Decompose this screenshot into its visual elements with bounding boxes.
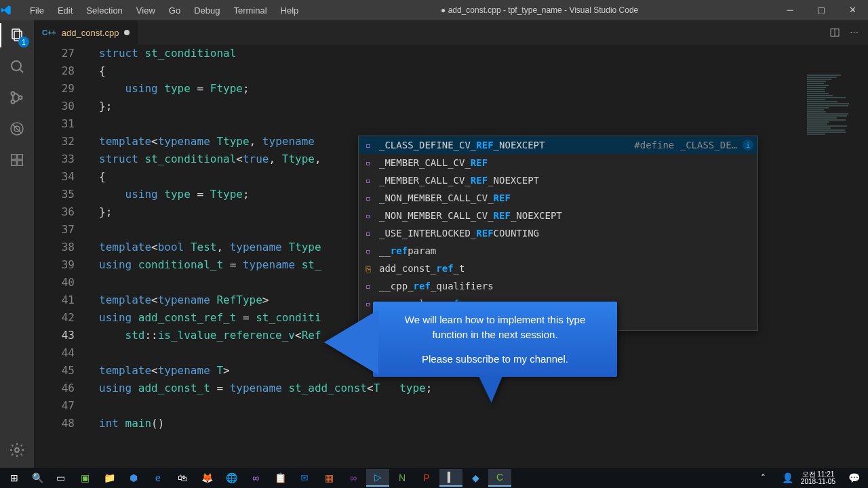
taskbar-firefox-icon[interactable]: 🦊	[195, 469, 218, 487]
macro-icon: ▫	[363, 228, 374, 239]
task-view-icon[interactable]: ▭	[49, 469, 72, 487]
taskbar-search-icon[interactable]: 🔍	[27, 469, 47, 487]
menu-selection[interactable]: Selection	[80, 3, 128, 18]
macro-icon: ▫	[363, 175, 374, 186]
callout-line2: Please subscribe to my channel.	[388, 352, 602, 367]
menu-debug[interactable]: Debug	[188, 3, 226, 18]
activity-search-icon[interactable]	[7, 57, 26, 76]
tab-label: add_const.cpp	[62, 28, 119, 38]
title-bar: File Edit Selection View Go Debug Termin…	[0, 0, 868, 20]
modified-dot-icon	[124, 30, 130, 35]
macro-icon: ▫	[363, 140, 374, 150]
menu-view[interactable]: View	[130, 3, 161, 18]
taskbar-app-6[interactable]: ∞	[342, 469, 365, 487]
start-button[interactable]: ⊞	[3, 469, 26, 487]
info-icon[interactable]: i	[743, 140, 753, 150]
tab-bar: C++ add_const.cpp ⋯	[34, 20, 868, 45]
macro-icon: ▫	[363, 210, 374, 221]
taskbar-app-1[interactable]: ▣	[73, 469, 96, 487]
activity-bar: 1	[0, 20, 34, 468]
line-gutter: 2728293031323334353637383940414243444546…	[34, 45, 88, 468]
menu-bar: File Edit Selection View Go Debug Termin…	[24, 3, 304, 18]
suggest-item[interactable]: ▫_MEMBER_CALL_CV_REF	[359, 154, 757, 171]
taskbar-edge-icon[interactable]: e	[146, 469, 170, 487]
window-title: ● add_const.cpp - tpf_type_name - Visual…	[304, 5, 774, 15]
suggest-item[interactable]: ▫_NON_MEMBER_CALL_CV_REF	[359, 189, 757, 207]
menu-file[interactable]: File	[24, 3, 50, 18]
taskbar-vscode-icon[interactable]: ▷	[366, 469, 389, 487]
suggest-label: _NON_MEMBER_CALL_CV_REF	[379, 192, 753, 203]
menu-terminal[interactable]: Terminal	[227, 3, 273, 18]
taskbar-cmd-icon[interactable]: ▍	[439, 469, 462, 487]
taskbar-app-4[interactable]: 📋	[269, 469, 292, 487]
svg-rect-13	[18, 161, 22, 165]
more-actions-icon[interactable]: ⋯	[850, 27, 859, 38]
suggest-item[interactable]: ▫_MEMBER_CALL_CV_REF_NOEXCEPT	[359, 171, 757, 189]
tray-up-icon[interactable]: ˄	[752, 469, 775, 487]
svg-rect-10	[12, 155, 16, 159]
taskbar-notepad-icon[interactable]: N	[391, 469, 414, 487]
minimize-button[interactable]: ─	[774, 0, 806, 20]
svg-rect-12	[12, 161, 16, 165]
svg-point-6	[19, 96, 22, 100]
vscode-icon	[0, 4, 24, 16]
taskbar-clock[interactable]: 오전 11:212018-11-05	[801, 470, 841, 485]
svg-point-2	[12, 61, 21, 70]
suggest-item[interactable]: ▫__cpp_ref_qualifiers	[359, 277, 757, 295]
annotation-callout: We will learn how to implement this type…	[373, 302, 617, 377]
svg-point-4	[12, 92, 15, 96]
macro-icon: ▫	[363, 157, 374, 168]
activity-settings-icon[interactable]	[7, 441, 26, 460]
macro-icon: ▫	[363, 298, 374, 309]
cpp-file-icon: C++	[42, 28, 56, 37]
suggest-item[interactable]: ▫_CLASS_DEFINE_CV_REF_NOEXCEPT#define _C…	[359, 136, 757, 154]
tray-people-icon[interactable]: 👤	[776, 469, 800, 487]
menu-help[interactable]: Help	[275, 3, 305, 18]
split-editor-icon[interactable]	[829, 27, 840, 38]
svg-rect-11	[18, 155, 22, 159]
taskbar-chrome-icon[interactable]: 🌐	[220, 469, 243, 487]
menu-go[interactable]: Go	[163, 3, 186, 18]
svg-point-5	[12, 100, 15, 104]
taskbar-app-3[interactable]: ⬢	[122, 469, 145, 487]
snippet-icon: ⎘	[363, 263, 374, 274]
suggest-label: add_const_ref_t	[379, 263, 753, 274]
activity-scm-icon[interactable]	[7, 88, 26, 107]
svg-line-3	[20, 69, 23, 73]
callout-line1: We will learn how to implement this type…	[388, 312, 602, 342]
taskbar-vs-icon[interactable]: ∞	[244, 469, 267, 487]
svg-rect-0	[12, 29, 20, 39]
taskbar-store-icon[interactable]: 🛍	[171, 469, 194, 487]
explorer-badge: 1	[18, 37, 29, 47]
suggest-label: __refparam	[379, 245, 753, 256]
taskbar-camtasia-icon[interactable]: C	[488, 469, 511, 487]
suggest-label: _CLASS_DEFINE_CV_REF_NOEXCEPT	[379, 140, 629, 150]
activity-debug-icon[interactable]	[7, 119, 26, 138]
taskbar-app-2[interactable]: 📁	[98, 469, 121, 487]
suggest-label: __cpp_ref_qualifiers	[379, 281, 753, 291]
taskbar-app-7[interactable]: ◆	[464, 469, 487, 487]
tray-notification-icon[interactable]: 💬	[842, 469, 865, 487]
minimap[interactable]	[800, 69, 868, 468]
suggest-label: _NON_MEMBER_CALL_CV_REF_NOEXCEPT	[379, 210, 753, 221]
taskbar-outlook-icon[interactable]: ✉	[293, 469, 316, 487]
suggest-label: _USE_INTERLOCKED_REFCOUNTING	[379, 228, 753, 239]
suggest-item[interactable]: ▫__refparam	[359, 242, 757, 260]
maximize-button[interactable]: ▢	[806, 0, 837, 20]
window-controls: ─ ▢ ✕	[774, 0, 868, 20]
suggest-item[interactable]: ▫_USE_INTERLOCKED_REFCOUNTING	[359, 224, 757, 242]
suggest-item[interactable]: ⎘add_const_ref_t	[359, 260, 757, 277]
suggest-item[interactable]: ▫_NON_MEMBER_CALL_CV_REF_NOEXCEPT	[359, 207, 757, 224]
taskbar-powerpoint-icon[interactable]: P	[415, 469, 438, 487]
taskbar-app-5[interactable]: ▦	[317, 469, 340, 487]
macro-icon: ▫	[363, 192, 374, 203]
activity-explorer-icon[interactable]: 1	[7, 26, 26, 45]
close-button[interactable]: ✕	[837, 0, 868, 20]
tab-add-const[interactable]: C++ add_const.cpp	[34, 20, 138, 45]
activity-extensions-icon[interactable]	[7, 150, 26, 169]
suggest-label: _MEMBER_CALL_CV_REF_NOEXCEPT	[379, 175, 753, 186]
suggest-detail: #define _CLASS_DE…	[634, 140, 737, 150]
svg-line-8	[12, 124, 22, 134]
menu-edit[interactable]: Edit	[52, 3, 79, 18]
macro-icon: ▫	[363, 281, 374, 291]
